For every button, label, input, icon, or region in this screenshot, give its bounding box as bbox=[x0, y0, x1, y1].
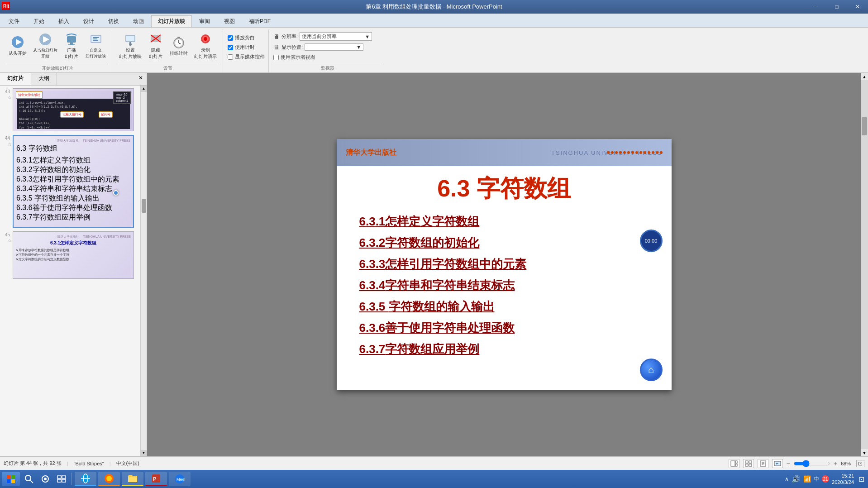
presenter-view-label: 使用演示者视图 bbox=[281, 54, 315, 61]
network-icon[interactable]: 📶 bbox=[803, 475, 811, 483]
slide-sorter-button[interactable] bbox=[743, 459, 754, 468]
svg-rect-32 bbox=[735, 461, 737, 463]
task-view-icon[interactable] bbox=[38, 472, 52, 486]
tab-file[interactable]: 文件 bbox=[2, 15, 26, 27]
rehearse-timing-button[interactable]: 排练计时 bbox=[167, 33, 190, 58]
taskbar-folder-icon[interactable] bbox=[122, 472, 143, 486]
slide-link-1[interactable]: 6.3.1怎样定义字符数组 bbox=[359, 214, 649, 230]
tab-outline[interactable]: 大纲 bbox=[31, 73, 57, 85]
panel-close-button[interactable]: ✕ bbox=[135, 73, 147, 85]
slide-link-7[interactable]: 6.3.7字符数组应用举例 bbox=[359, 341, 649, 357]
tab-animation[interactable]: 动画 bbox=[126, 15, 151, 27]
svg-line-49 bbox=[30, 480, 33, 483]
close-button[interactable]: ✕ bbox=[847, 0, 868, 14]
svg-point-48 bbox=[25, 475, 31, 481]
minimize-button[interactable]: ─ bbox=[806, 0, 826, 14]
use-timing-checkbox[interactable] bbox=[228, 45, 233, 50]
slideshow-view-button[interactable] bbox=[772, 459, 783, 468]
slide-link-4[interactable]: 6.3.4字符串和字符串结束标志 bbox=[359, 277, 649, 293]
record-slideshow-button[interactable]: 录制幻灯片演示 bbox=[192, 30, 219, 61]
from-current-button[interactable]: 从当前幻灯片开始 bbox=[31, 31, 60, 61]
svg-rect-8 bbox=[67, 36, 76, 43]
resolution-value: 使用当前分辨率 bbox=[302, 33, 365, 40]
taskbar-meeting-icon[interactable]: Meet bbox=[169, 472, 191, 486]
thumb45-title: 6.3.1怎样定义字符数组 bbox=[16, 240, 131, 246]
right-scroll-down[interactable]: ▼ bbox=[861, 449, 868, 456]
slide-item-45[interactable]: 45 ☆ 清华大学出版社 TSINGHUA UNIVERSITY PRESS 6… bbox=[2, 230, 138, 280]
taskbar-ie-icon[interactable] bbox=[75, 472, 96, 486]
show-desktop-button[interactable]: ⊡ bbox=[857, 475, 866, 483]
start-button[interactable] bbox=[2, 472, 20, 486]
notification-badge[interactable]: 21 bbox=[822, 475, 829, 483]
show-media-checkbox-row[interactable]: 显示媒体控件 bbox=[228, 53, 265, 61]
tab-transition[interactable]: 切换 bbox=[101, 15, 126, 27]
ribbon-group-monitor: 🖥 分辨率: 使用当前分辨率 ▼ 🖥 显示位置: ▼ bbox=[270, 29, 386, 72]
tray-expand-icon[interactable]: ∧ bbox=[785, 476, 789, 482]
taskbar-firefox-icon[interactable] bbox=[98, 472, 120, 486]
display-dropdown[interactable]: ▼ bbox=[305, 43, 363, 51]
normal-view-button[interactable] bbox=[729, 459, 739, 468]
zoom-slider[interactable] bbox=[794, 460, 830, 467]
scroll-thumb[interactable] bbox=[142, 199, 146, 213]
slide-item-43[interactable]: 43 ☆ 清华大学出版社 int i,j,row=0,colum=0,max; … bbox=[2, 87, 138, 132]
search-taskbar-icon[interactable] bbox=[22, 472, 36, 486]
ime-icon[interactable]: 中 bbox=[814, 475, 819, 483]
maximize-button[interactable]: □ bbox=[826, 0, 847, 14]
presenter-view-row[interactable]: 使用演示者视图 bbox=[273, 53, 315, 61]
slide-link-6[interactable]: 6.3.6善于使用字符串处理函数 bbox=[359, 320, 649, 336]
thumb45-content: ➤用来存放字符数据的数组是字符数组 ➤字符数组中的一个元素存放一个字符 ➤定义字… bbox=[16, 248, 131, 262]
time-display: 15:21 2020/3/24 bbox=[832, 473, 854, 486]
right-scrollbar[interactable]: ▲ ▼ bbox=[861, 73, 868, 456]
svg-point-30 bbox=[204, 37, 207, 41]
from-beginning-button[interactable]: 从头开始 bbox=[6, 33, 29, 58]
use-timing-checkbox-row[interactable]: 使用计时 bbox=[228, 43, 255, 51]
tab-review[interactable]: 审阅 bbox=[192, 15, 217, 27]
custom-slideshow-button[interactable]: 自定义幻灯片放映 bbox=[83, 31, 108, 61]
resolution-row: 🖥 分辨率: 使用当前分辨率 ▼ bbox=[273, 32, 372, 41]
setup-slideshow-button[interactable]: 设置幻灯片放映 bbox=[117, 30, 144, 61]
taskview-icon[interactable] bbox=[54, 472, 69, 486]
show-media-label: 显示媒体控件 bbox=[235, 53, 265, 60]
slide-link-5[interactable]: 6.3.5 字符数组的输入输出 bbox=[359, 299, 649, 315]
svg-rect-54 bbox=[57, 479, 61, 482]
status-bar-right: − + 68% ⊡ bbox=[729, 459, 864, 468]
panel-scrollbar[interactable]: ▲ ▼ bbox=[140, 86, 147, 456]
tab-slides[interactable]: 幻灯片 bbox=[0, 73, 31, 85]
right-scroll-thumb[interactable] bbox=[862, 117, 867, 135]
tab-view[interactable]: 视图 bbox=[217, 15, 242, 27]
home-button[interactable]: ⌂ bbox=[640, 359, 663, 381]
hide-slide-button[interactable]: 隐藏幻灯片 bbox=[146, 30, 166, 61]
scroll-down-button[interactable]: ▼ bbox=[141, 450, 147, 456]
presenter-view-checkbox[interactable] bbox=[273, 55, 279, 60]
slide-link-2[interactable]: 6.3.2字符数组的初始化 bbox=[359, 235, 649, 251]
theme-status: "Bold Stripes" bbox=[74, 461, 104, 466]
svg-rect-37 bbox=[749, 464, 752, 466]
tab-insert[interactable]: 插入 bbox=[52, 15, 76, 27]
slide-header: 清华大学出版社 TSINGHUA UNIVERSITY PRESS bbox=[337, 139, 672, 166]
taskbar-ppt-icon[interactable]: P bbox=[145, 472, 167, 486]
slide-item-44[interactable]: 44 ☆ 清华大学出版社 TSINGHUA UNIVERSITY PRESS 6… bbox=[2, 134, 138, 229]
play-narration-checkbox-row[interactable]: 播放旁白 bbox=[228, 34, 255, 42]
right-scroll-up[interactable]: ▲ bbox=[861, 73, 868, 80]
tab-slideshow[interactable]: 幻灯片放映 bbox=[151, 15, 192, 27]
zoom-minus-button[interactable]: − bbox=[787, 460, 790, 467]
slide-link-3[interactable]: 6.3.3怎样引用字符数组中的元素 bbox=[359, 256, 649, 272]
resolution-dropdown[interactable]: 使用当前分辨率 ▼ bbox=[300, 32, 372, 41]
svg-rect-17 bbox=[126, 36, 134, 41]
custom-show-icon bbox=[89, 32, 103, 47]
use-timing-label: 使用计时 bbox=[235, 44, 255, 51]
tooltip-max-row: 记最大值行号 bbox=[60, 111, 84, 118]
slide-number-43: 43 bbox=[3, 88, 12, 94]
fit-button[interactable]: ⊡ bbox=[856, 460, 864, 467]
tab-home[interactable]: 开始 bbox=[27, 15, 51, 27]
broadcast-button[interactable]: 广播幻灯片 bbox=[62, 30, 81, 61]
play-narration-checkbox[interactable] bbox=[228, 35, 233, 41]
thumb44-links: 6.3.1怎样定义字符数组 6.3.2字符数组的初始化 6.3.3怎样引用字符数… bbox=[16, 156, 130, 222]
reading-view-button[interactable] bbox=[758, 459, 768, 468]
show-media-checkbox[interactable] bbox=[228, 54, 233, 60]
scroll-up-button[interactable]: ▲ bbox=[141, 86, 147, 92]
volume-icon[interactable]: 🔊 bbox=[792, 475, 801, 483]
tab-foxitpdf[interactable]: 福昕PDF bbox=[242, 15, 277, 27]
tab-design[interactable]: 设计 bbox=[76, 15, 101, 27]
zoom-plus-button[interactable]: + bbox=[834, 460, 837, 467]
